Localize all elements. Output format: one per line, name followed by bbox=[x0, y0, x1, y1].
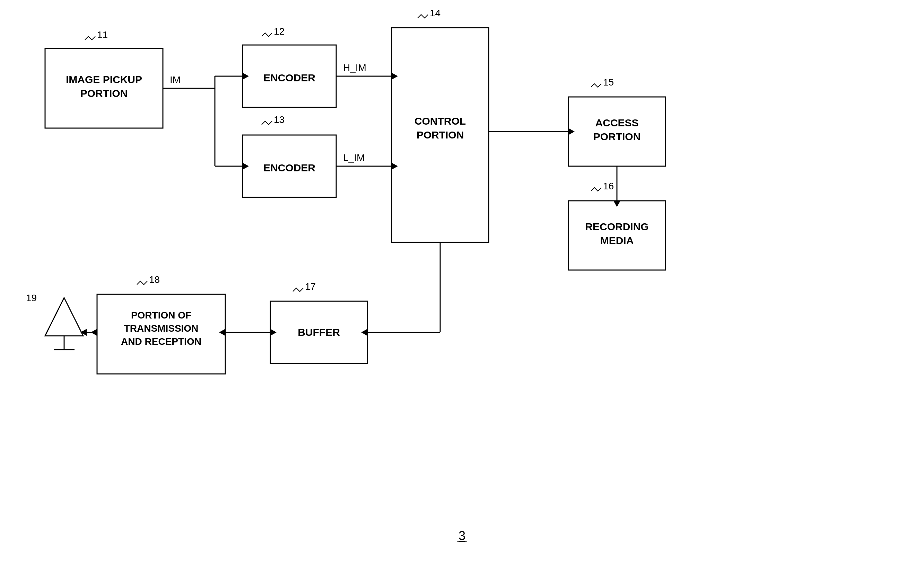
box-14-label1: CONTROL bbox=[415, 115, 466, 127]
box-11-label2: PORTION bbox=[81, 88, 128, 99]
zigzag-12 bbox=[262, 33, 272, 36]
zigzag-18 bbox=[137, 281, 147, 285]
label-im: IM bbox=[170, 74, 180, 85]
ref-13: 13 bbox=[274, 114, 285, 125]
zigzag-15 bbox=[591, 84, 601, 87]
page-number: 3 bbox=[459, 529, 465, 543]
ref-17: 17 bbox=[305, 281, 316, 292]
box-13-label: ENCODER bbox=[263, 162, 315, 173]
trans-antenna-head2 bbox=[91, 329, 97, 336]
box-17-label: BUFFER bbox=[298, 326, 340, 338]
box-12-label: ENCODER bbox=[263, 72, 315, 84]
ref-16: 16 bbox=[603, 181, 614, 191]
diagram-container: IMAGE PICKUP PORTION ENCODER ENCODER CON… bbox=[0, 0, 924, 574]
box-18 bbox=[97, 294, 225, 374]
ref-18: 18 bbox=[149, 274, 160, 285]
box-16-label1: RECORDING bbox=[585, 221, 649, 232]
box-18-label3: AND RECEPTION bbox=[121, 336, 201, 347]
label-lim: L_IM bbox=[343, 152, 365, 163]
antenna-symbol bbox=[45, 298, 83, 336]
ref-14: 14 bbox=[430, 8, 440, 18]
label-him: H_IM bbox=[343, 62, 366, 73]
box-15-label1: ACCESS bbox=[595, 117, 638, 128]
zigzag-17 bbox=[293, 288, 303, 292]
box-15-label2: PORTION bbox=[593, 131, 641, 142]
ref-11: 11 bbox=[97, 30, 108, 40]
ref-12: 12 bbox=[274, 26, 285, 37]
ref-15: 15 bbox=[603, 77, 614, 88]
zigzag-13 bbox=[262, 121, 272, 125]
box-11-label: IMAGE PICKUP bbox=[66, 74, 142, 85]
box-16-label2: MEDIA bbox=[600, 235, 634, 246]
box-14-label2: PORTION bbox=[416, 129, 464, 140]
zigzag-11 bbox=[85, 36, 95, 40]
box-18-label1: PORTION OF bbox=[131, 310, 191, 320]
diagram-svg: IMAGE PICKUP PORTION ENCODER ENCODER CON… bbox=[0, 0, 924, 574]
zigzag-14 bbox=[418, 14, 428, 18]
box-18-label2: TRANSMISSION bbox=[124, 323, 199, 334]
ref-19: 19 bbox=[26, 293, 37, 303]
zigzag-16 bbox=[591, 188, 601, 191]
